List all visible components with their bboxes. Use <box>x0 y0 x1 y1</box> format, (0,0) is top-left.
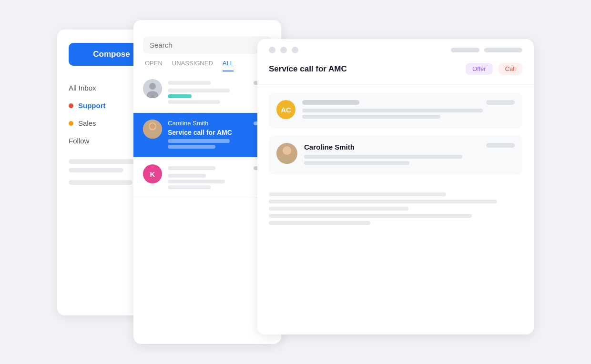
name-placeholder <box>302 100 359 105</box>
message-content: Caroline Smith <box>304 143 515 167</box>
footer-placeholder <box>269 192 446 196</box>
preview-placeholder <box>168 139 230 143</box>
preview-placeholder <box>168 180 225 183</box>
detail-title: Service call for AMC <box>269 64 460 74</box>
svg-point-8 <box>150 123 155 129</box>
subject-placeholder <box>168 174 206 178</box>
sidebar-item-label: All Inbox <box>69 84 96 92</box>
footer-placeholder <box>269 221 370 225</box>
caroline-photo <box>276 143 297 164</box>
sidebar-item-label: Sales <box>78 119 96 127</box>
topbar-pill <box>484 48 522 52</box>
time-placeholder <box>486 143 515 148</box>
inbox-tabs: OPEN UNASSIGNED ALL <box>143 60 272 71</box>
caroline-avatar <box>143 120 162 139</box>
search-bar[interactable] <box>143 36 272 54</box>
inbox-item-content <box>168 164 272 191</box>
inbox-item-content <box>168 79 272 106</box>
badge-call[interactable]: Call <box>499 63 522 75</box>
inbox-item-content: Caroline Smith Service call for AMC <box>168 120 272 151</box>
tab-unassigned[interactable]: UNASSIGNED <box>172 60 213 71</box>
inbox-item-top <box>168 164 272 172</box>
caroline-avatar <box>276 143 297 164</box>
time-placeholder <box>486 100 515 105</box>
topbar-dot <box>292 47 298 53</box>
preview-placeholder <box>168 185 211 189</box>
preview-placeholder <box>168 145 215 149</box>
footer-placeholder <box>269 207 408 211</box>
search-input[interactable] <box>150 41 254 49</box>
svg-point-10 <box>283 146 291 155</box>
detail-footer <box>257 192 534 236</box>
subject-placeholder <box>168 89 230 92</box>
support-dot <box>69 103 73 108</box>
detail-header: Service call for AMC Offer Call <box>257 53 534 85</box>
inbox-item-subject: Service call for AMC <box>168 129 272 136</box>
sidebar-placeholder <box>69 168 123 172</box>
inbox-item-name: Caroline Smith <box>168 120 208 127</box>
sidebar-placeholder <box>69 180 132 185</box>
badge-offer[interactable]: Offer <box>466 63 493 75</box>
sender-name: Caroline Smith <box>304 143 355 151</box>
inbox-item-top: Caroline Smith <box>168 120 272 127</box>
name-placeholder <box>168 81 211 85</box>
msg-line <box>302 109 483 112</box>
name-placeholder <box>168 166 215 170</box>
message-top: Caroline Smith <box>304 143 515 151</box>
sidebar-item-label: Support <box>78 101 106 110</box>
tab-all[interactable]: ALL <box>223 60 234 71</box>
tag-placeholder <box>168 94 192 98</box>
message-card: AC <box>269 92 522 129</box>
caroline-message-card: Caroline Smith <box>269 135 522 175</box>
person-icon <box>143 79 162 98</box>
avatar <box>143 120 162 139</box>
avatar-ac: AC <box>276 100 296 119</box>
message-top <box>302 100 515 105</box>
sales-dot <box>69 121 73 126</box>
detail-topbar <box>257 39 534 53</box>
msg-line <box>302 115 440 119</box>
preview-placeholder <box>168 100 220 104</box>
avatar: K <box>143 164 162 183</box>
message-content <box>302 100 515 121</box>
tab-open[interactable]: OPEN <box>145 60 163 71</box>
footer-placeholder <box>269 214 472 218</box>
sidebar-item-label: Follow <box>69 137 89 145</box>
topbar-dot <box>269 47 275 53</box>
detail-panel: Service call for AMC Offer Call AC <box>257 39 534 334</box>
footer-placeholder <box>269 200 497 203</box>
svg-point-3 <box>149 83 156 90</box>
msg-line <box>304 155 462 159</box>
msg-line <box>304 161 409 165</box>
avatar <box>143 79 162 98</box>
detail-body: AC <box>257 85 534 189</box>
topbar-pill <box>451 48 479 52</box>
topbar-dot <box>280 47 287 53</box>
sidebar-placeholder <box>69 159 142 164</box>
inbox-item-top <box>168 79 272 87</box>
